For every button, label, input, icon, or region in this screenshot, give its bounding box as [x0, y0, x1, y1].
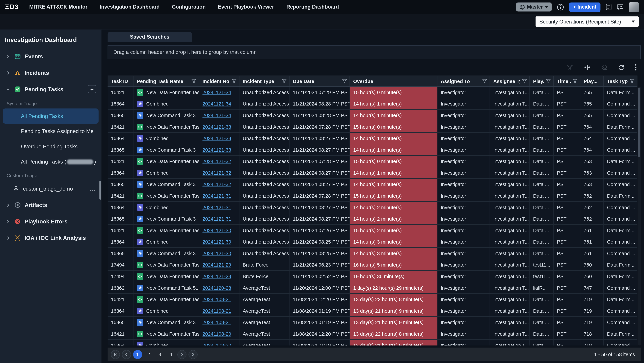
filter-icon[interactable]: [480, 79, 487, 83]
table-row[interactable]: 16364Combined20241121-33Unauthorized Acc…: [108, 133, 638, 144]
incident-link[interactable]: 20241121-30: [202, 250, 231, 256]
sidebar-item-overdue-pending-tasks[interactable]: Overdue Pending Tasks: [3, 139, 98, 154]
incident-link[interactable]: 20241121-29: [202, 274, 231, 279]
table-row[interactable]: 16421New Data Formatter Task 1420241121-…: [108, 225, 638, 236]
column-header-task_type[interactable]: Task Type: [604, 76, 638, 86]
table-row[interactable]: 16364Combined20241121-34Unauthorized Acc…: [108, 98, 638, 110]
sidebar-item-playbook-errors[interactable]: Playbook Errors: [0, 213, 102, 230]
table-row[interactable]: 16365New Command Task 320241121-30Unauth…: [108, 248, 638, 259]
incident-link[interactable]: 20241121-34: [202, 112, 231, 118]
nav-item-configuration[interactable]: Configuration: [172, 4, 206, 10]
column-header-playbook[interactable]: Play...: [530, 76, 554, 86]
tab-saved-searches[interactable]: Saved Searches: [108, 32, 192, 42]
chat-icon[interactable]: [617, 4, 623, 10]
pager-prev-button[interactable]: [122, 350, 131, 359]
more-icon[interactable]: ...: [90, 186, 96, 192]
table-row[interactable]: 16421New Data Formatter Task 1420241121-…: [108, 190, 638, 202]
incident-link[interactable]: 20241121-33: [202, 135, 231, 141]
nav-item-investigation-dashboard[interactable]: Investigation Dashboard: [100, 4, 160, 10]
site-selector[interactable]: Security Operations (Recipient Site): [536, 16, 639, 27]
table-row[interactable]: 16421New Data Formatter Task 1420241121-…: [108, 121, 638, 133]
incident-link[interactable]: 20241121-33: [202, 124, 231, 130]
table-row[interactable]: 17494New Data Formatter Task 6820241121-…: [108, 259, 638, 271]
refresh-icon[interactable]: [618, 64, 624, 70]
incident-link[interactable]: 20241108-21: [202, 308, 231, 314]
filter-icon[interactable]: [340, 79, 347, 83]
pager-last-button[interactable]: [188, 350, 198, 359]
column-header-time[interactable]: Time ...: [554, 76, 580, 86]
sidebar-item-all-pending-tasks[interactable]: All Pending Tasks (): [3, 154, 98, 169]
info-icon[interactable]: [557, 4, 564, 10]
pager-page-4[interactable]: 4: [166, 350, 176, 359]
clear-filters-icon[interactable]: [601, 65, 608, 70]
fit-columns-icon[interactable]: [584, 64, 590, 70]
incident-link[interactable]: 20241108-21: [202, 296, 231, 302]
more-menu-icon[interactable]: [635, 64, 636, 70]
table-row[interactable]: 16365New Command Task 320241121-31Unauth…: [108, 213, 638, 225]
incident-link[interactable]: 20241121-30: [202, 228, 231, 233]
incident-link[interactable]: 20241121-32: [202, 170, 231, 176]
sidebar-item-incidents[interactable]: Incidents: [0, 64, 102, 81]
groupby-dropzone[interactable]: Drag a column header and drop it here to…: [108, 45, 641, 59]
table-row[interactable]: 16364Combined20241108-20AverageTest11/08…: [108, 340, 638, 346]
column-header-due_date[interactable]: Due Date: [290, 76, 350, 86]
table-row[interactable]: 16365New Command Task 320241108-21Averag…: [108, 317, 638, 328]
sidebar-item-pending-tasks-assigned-to-me[interactable]: Pending Tasks Assigned to Me: [3, 124, 98, 139]
incident-link[interactable]: 20241121-29: [202, 262, 231, 268]
pager-page-2[interactable]: 2: [144, 350, 153, 359]
incident-link[interactable]: 20241121-33: [202, 147, 231, 153]
filter-icon[interactable]: [520, 79, 527, 83]
incident-link[interactable]: 20241121-31: [202, 193, 231, 198]
table-row[interactable]: 16421New Data Formatter Task 1420241121-…: [108, 87, 638, 98]
table-row[interactable]: 16365New Command Task 320241121-33Unauth…: [108, 144, 638, 156]
filter-icon[interactable]: [280, 79, 286, 83]
incident-link[interactable]: 20241108-21: [202, 320, 231, 325]
table-row[interactable]: 16365New Command Task 320241121-34Unauth…: [108, 110, 638, 121]
sidebar-item-all-pending-tasks[interactable]: All Pending Tasks: [3, 108, 98, 124]
column-header-task_name[interactable]: Pending Task Name: [134, 76, 199, 86]
filter-disabled-icon[interactable]: [567, 64, 574, 70]
nav-item-mitre-att-ck-monitor[interactable]: MITRE ATT&CK Monitor: [29, 4, 88, 10]
sidebar-item-events[interactable]: Events: [0, 48, 102, 64]
sidebar-item-custom-triage-demo[interactable]: custom_triage_demo...: [0, 180, 102, 197]
add-incident-button[interactable]: + Incident: [569, 2, 600, 12]
table-row[interactable]: 16364Combined20241121-32Unauthorized Acc…: [108, 167, 638, 179]
column-header-incident_type[interactable]: Incident Type: [240, 76, 290, 86]
filter-icon[interactable]: [571, 79, 578, 83]
incident-link[interactable]: 20241121-34: [202, 101, 231, 106]
table-row[interactable]: 17494New Data Formatter Task 6820241121-…: [108, 271, 638, 282]
table-row[interactable]: 16364Combined20241108-21AverageTest11/08…: [108, 305, 638, 317]
column-header-assignee_type[interactable]: Assignee Ty...: [490, 76, 530, 86]
filter-icon[interactable]: [544, 79, 551, 83]
sidebar-item-ioa-ioc-link-analysis[interactable]: IOA / IOC Link Analysis: [0, 230, 102, 246]
table-row[interactable]: 16421New Data Formatter Task 1420241121-…: [108, 156, 638, 167]
incident-link[interactable]: 20241121-31: [202, 216, 231, 222]
column-header-assigned_to[interactable]: Assigned To: [438, 76, 490, 86]
pager-first-button[interactable]: [111, 350, 120, 359]
table-row[interactable]: 16364Combined20241121-30Unauthorized Acc…: [108, 236, 638, 248]
sidebar-item-artifacts[interactable]: Artifacts: [0, 197, 102, 213]
filter-icon[interactable]: [190, 79, 196, 83]
grid-scrollbar-thumb[interactable]: [638, 88, 640, 157]
add-icon[interactable]: +: [88, 85, 96, 93]
pager-page-3[interactable]: 3: [155, 350, 164, 359]
nav-item-reporting-dashboard[interactable]: Reporting Dashboard: [286, 4, 339, 10]
incident-link[interactable]: 20241120-28: [202, 285, 231, 290]
user-avatar[interactable]: [629, 2, 639, 12]
filter-icon[interactable]: [230, 79, 236, 83]
master-dropdown[interactable]: Master: [516, 2, 552, 12]
table-row[interactable]: 16862New Command Task 5120241120-28Avera…: [108, 282, 638, 294]
column-header-overdue[interactable]: Overdue: [350, 76, 438, 86]
d3-logo[interactable]: Ξ D3: [5, 3, 18, 11]
incident-link[interactable]: 20241121-32: [202, 158, 231, 164]
pager-next-button[interactable]: [178, 350, 186, 359]
grid-scrollbar[interactable]: [638, 87, 641, 346]
column-header-incident_no[interactable]: Incident No.: [199, 76, 240, 86]
document-icon[interactable]: [606, 4, 612, 10]
incident-link[interactable]: 20241121-32: [202, 181, 231, 187]
column-header-play_num[interactable]: Play...: [580, 76, 604, 86]
column-header-task_id[interactable]: Task ID: [108, 76, 134, 86]
table-row[interactable]: 16364Combined20241121-31Unauthorized Acc…: [108, 202, 638, 213]
table-row[interactable]: 16421New Data Formatter Task 1420241108-…: [108, 328, 638, 340]
incident-link[interactable]: 20241108-20: [202, 342, 231, 346]
